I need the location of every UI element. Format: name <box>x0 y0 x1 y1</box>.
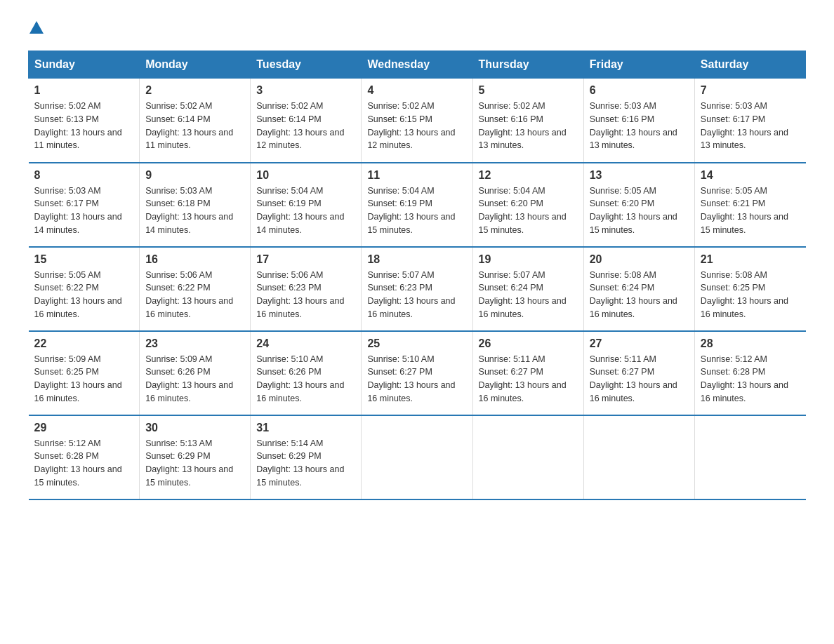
calendar-cell: 11 Sunrise: 5:04 AM Sunset: 6:19 PM Dayl… <box>362 163 472 247</box>
day-number: 7 <box>701 84 800 97</box>
calendar-cell: 6 Sunrise: 5:03 AM Sunset: 6:16 PM Dayli… <box>583 79 694 163</box>
day-info: Sunrise: 5:02 AM Sunset: 6:13 PM Dayligh… <box>34 100 134 152</box>
calendar-cell: 3 Sunrise: 5:02 AM Sunset: 6:14 PM Dayli… <box>251 79 362 163</box>
day-info: Sunrise: 5:08 AM Sunset: 6:25 PM Dayligh… <box>701 269 800 321</box>
day-info: Sunrise: 5:04 AM Sunset: 6:19 PM Dayligh… <box>256 185 355 237</box>
day-number: 21 <box>701 253 800 266</box>
day-info: Sunrise: 5:02 AM Sunset: 6:14 PM Dayligh… <box>256 100 355 152</box>
weekday-header-sunday: Sunday <box>29 51 140 79</box>
day-number: 4 <box>367 84 466 97</box>
calendar-cell: 7 Sunrise: 5:03 AM Sunset: 6:17 PM Dayli… <box>694 79 805 163</box>
day-number: 26 <box>479 337 578 350</box>
day-number: 15 <box>34 253 134 266</box>
day-number: 27 <box>590 337 689 350</box>
day-number: 20 <box>590 253 689 266</box>
weekday-header-saturday: Saturday <box>694 51 805 79</box>
weekday-header-row: SundayMondayTuesdayWednesdayThursdayFrid… <box>29 51 806 79</box>
calendar-cell: 26 Sunrise: 5:11 AM Sunset: 6:27 PM Dayl… <box>472 331 583 415</box>
day-number: 3 <box>256 84 355 97</box>
day-info: Sunrise: 5:06 AM Sunset: 6:22 PM Dayligh… <box>145 269 244 321</box>
calendar-week-2: 8 Sunrise: 5:03 AM Sunset: 6:17 PM Dayli… <box>29 163 806 247</box>
calendar-cell: 15 Sunrise: 5:05 AM Sunset: 6:22 PM Dayl… <box>29 247 140 331</box>
calendar-cell: 12 Sunrise: 5:04 AM Sunset: 6:20 PM Dayl… <box>472 163 583 247</box>
day-info: Sunrise: 5:03 AM Sunset: 6:18 PM Dayligh… <box>145 185 244 237</box>
day-info: Sunrise: 5:05 AM Sunset: 6:21 PM Dayligh… <box>701 185 800 237</box>
day-number: 10 <box>256 169 355 182</box>
day-info: Sunrise: 5:11 AM Sunset: 6:27 PM Dayligh… <box>479 353 578 405</box>
day-number: 13 <box>590 169 689 182</box>
day-number: 28 <box>701 337 800 350</box>
day-info: Sunrise: 5:05 AM Sunset: 6:22 PM Dayligh… <box>34 269 134 321</box>
day-info: Sunrise: 5:06 AM Sunset: 6:23 PM Dayligh… <box>256 269 355 321</box>
day-info: Sunrise: 5:08 AM Sunset: 6:24 PM Dayligh… <box>590 269 689 321</box>
calendar-cell: 2 Sunrise: 5:02 AM Sunset: 6:14 PM Dayli… <box>140 79 251 163</box>
calendar-cell <box>694 415 805 499</box>
calendar-cell: 31 Sunrise: 5:14 AM Sunset: 6:29 PM Dayl… <box>251 415 362 499</box>
logo-triangle-icon <box>29 21 44 34</box>
calendar-cell: 16 Sunrise: 5:06 AM Sunset: 6:22 PM Dayl… <box>140 247 251 331</box>
day-info: Sunrise: 5:02 AM Sunset: 6:15 PM Dayligh… <box>367 100 466 152</box>
day-number: 17 <box>256 253 355 266</box>
calendar-cell: 14 Sunrise: 5:05 AM Sunset: 6:21 PM Dayl… <box>694 163 805 247</box>
page-header <box>28 21 806 36</box>
calendar-cell: 4 Sunrise: 5:02 AM Sunset: 6:15 PM Dayli… <box>362 79 472 163</box>
day-number: 1 <box>34 84 134 97</box>
calendar-week-3: 15 Sunrise: 5:05 AM Sunset: 6:22 PM Dayl… <box>29 247 806 331</box>
day-info: Sunrise: 5:12 AM Sunset: 6:28 PM Dayligh… <box>34 437 134 490</box>
calendar-cell: 25 Sunrise: 5:10 AM Sunset: 6:27 PM Dayl… <box>362 331 472 415</box>
calendar-cell: 17 Sunrise: 5:06 AM Sunset: 6:23 PM Dayl… <box>251 247 362 331</box>
day-info: Sunrise: 5:03 AM Sunset: 6:17 PM Dayligh… <box>701 100 800 152</box>
calendar-cell: 27 Sunrise: 5:11 AM Sunset: 6:27 PM Dayl… <box>583 331 694 415</box>
calendar-cell: 10 Sunrise: 5:04 AM Sunset: 6:19 PM Dayl… <box>251 163 362 247</box>
day-number: 12 <box>479 169 578 182</box>
day-info: Sunrise: 5:12 AM Sunset: 6:28 PM Dayligh… <box>701 353 800 405</box>
day-info: Sunrise: 5:03 AM Sunset: 6:16 PM Dayligh… <box>590 100 689 152</box>
day-number: 6 <box>590 84 689 97</box>
day-number: 5 <box>479 84 578 97</box>
calendar-cell: 28 Sunrise: 5:12 AM Sunset: 6:28 PM Dayl… <box>694 331 805 415</box>
day-info: Sunrise: 5:02 AM Sunset: 6:16 PM Dayligh… <box>479 100 578 152</box>
calendar-cell: 30 Sunrise: 5:13 AM Sunset: 6:29 PM Dayl… <box>140 415 251 499</box>
calendar-cell: 5 Sunrise: 5:02 AM Sunset: 6:16 PM Dayli… <box>472 79 583 163</box>
day-number: 30 <box>145 422 244 434</box>
day-number: 29 <box>34 422 134 434</box>
calendar-cell: 29 Sunrise: 5:12 AM Sunset: 6:28 PM Dayl… <box>29 415 140 499</box>
calendar-week-4: 22 Sunrise: 5:09 AM Sunset: 6:25 PM Dayl… <box>29 331 806 415</box>
calendar-cell: 22 Sunrise: 5:09 AM Sunset: 6:25 PM Dayl… <box>29 331 140 415</box>
day-info: Sunrise: 5:02 AM Sunset: 6:14 PM Dayligh… <box>145 100 244 152</box>
calendar-week-5: 29 Sunrise: 5:12 AM Sunset: 6:28 PM Dayl… <box>29 415 806 499</box>
calendar-cell <box>472 415 583 499</box>
day-number: 16 <box>145 253 244 266</box>
calendar-cell: 18 Sunrise: 5:07 AM Sunset: 6:23 PM Dayl… <box>362 247 472 331</box>
day-number: 22 <box>34 337 134 350</box>
day-info: Sunrise: 5:10 AM Sunset: 6:27 PM Dayligh… <box>367 353 466 405</box>
day-number: 18 <box>367 253 466 266</box>
calendar-cell: 19 Sunrise: 5:07 AM Sunset: 6:24 PM Dayl… <box>472 247 583 331</box>
logo-mark <box>28 21 44 36</box>
day-number: 24 <box>256 337 355 350</box>
weekday-header-monday: Monday <box>140 51 251 79</box>
logo <box>28 21 44 36</box>
day-info: Sunrise: 5:07 AM Sunset: 6:23 PM Dayligh… <box>367 269 466 321</box>
day-number: 8 <box>34 169 134 182</box>
calendar-cell: 23 Sunrise: 5:09 AM Sunset: 6:26 PM Dayl… <box>140 331 251 415</box>
calendar-table: SundayMondayTuesdayWednesdayThursdayFrid… <box>28 51 806 500</box>
day-number: 2 <box>145 84 244 97</box>
weekday-header-tuesday: Tuesday <box>251 51 362 79</box>
day-info: Sunrise: 5:14 AM Sunset: 6:29 PM Dayligh… <box>256 437 355 490</box>
day-info: Sunrise: 5:13 AM Sunset: 6:29 PM Dayligh… <box>145 437 244 490</box>
calendar-cell: 20 Sunrise: 5:08 AM Sunset: 6:24 PM Dayl… <box>583 247 694 331</box>
calendar-cell: 21 Sunrise: 5:08 AM Sunset: 6:25 PM Dayl… <box>694 247 805 331</box>
weekday-header-wednesday: Wednesday <box>362 51 472 79</box>
day-number: 23 <box>145 337 244 350</box>
calendar-week-1: 1 Sunrise: 5:02 AM Sunset: 6:13 PM Dayli… <box>29 79 806 163</box>
day-info: Sunrise: 5:04 AM Sunset: 6:20 PM Dayligh… <box>479 185 578 237</box>
day-info: Sunrise: 5:04 AM Sunset: 6:19 PM Dayligh… <box>367 185 466 237</box>
calendar-cell <box>362 415 472 499</box>
calendar-cell: 9 Sunrise: 5:03 AM Sunset: 6:18 PM Dayli… <box>140 163 251 247</box>
calendar-cell: 8 Sunrise: 5:03 AM Sunset: 6:17 PM Dayli… <box>29 163 140 247</box>
day-number: 31 <box>256 422 355 434</box>
day-number: 25 <box>367 337 466 350</box>
day-info: Sunrise: 5:03 AM Sunset: 6:17 PM Dayligh… <box>34 185 134 237</box>
calendar-cell: 13 Sunrise: 5:05 AM Sunset: 6:20 PM Dayl… <box>583 163 694 247</box>
